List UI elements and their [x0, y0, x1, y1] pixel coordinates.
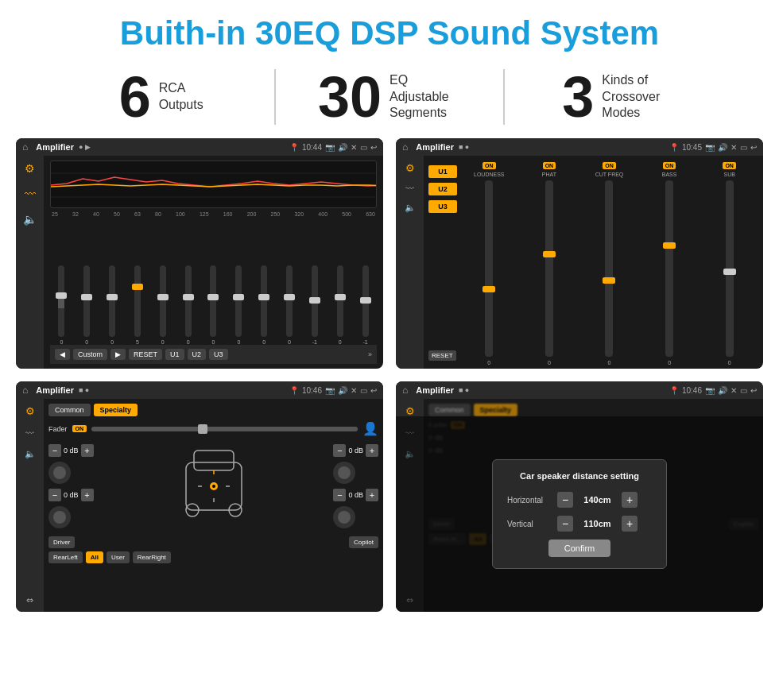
cross-right-minus-2[interactable]: −: [333, 489, 346, 501]
x-icon-4: ✕: [731, 386, 737, 395]
cross-right-plus-2[interactable]: +: [366, 489, 378, 501]
eq-tune-icon[interactable]: ⚙: [25, 162, 35, 175]
dialog-vertical-row: Vertical − 110cm +: [507, 516, 652, 532]
cross-speaker-rl-inner: [53, 511, 66, 524]
amp-speaker-icon[interactable]: 🔈: [405, 203, 416, 213]
eq-slider-thumb-9[interactable]: [258, 294, 269, 300]
svg-point-8: [212, 485, 215, 488]
eq-u1-btn[interactable]: U1: [165, 349, 184, 360]
cross-all-btn[interactable]: All: [86, 551, 103, 563]
cross-user-btn[interactable]: User: [107, 551, 130, 563]
amp-bass-track[interactable]: [665, 180, 673, 357]
eq-slider-thumb-12[interactable]: [335, 294, 346, 300]
eq-play-btn[interactable]: ▶: [110, 349, 126, 360]
volume-icon-2: 🔊: [718, 143, 727, 152]
stat-crossover-label: Kinds ofCrossover Modes: [602, 72, 673, 122]
cross-speaker-icon[interactable]: 🔈: [25, 449, 36, 459]
freq-63: 63: [134, 211, 141, 217]
home-icon-2[interactable]: ⌂: [402, 141, 408, 153]
eq-slider-track-6[interactable]: [185, 265, 192, 337]
eq-slider-thumb-6[interactable]: [183, 294, 194, 300]
home-icon[interactable]: ⌂: [22, 141, 28, 153]
eq-custom-btn[interactable]: Custom: [73, 349, 107, 360]
amp-sub-val: 0: [728, 360, 731, 365]
cross-left-minus-2[interactable]: −: [48, 489, 61, 501]
amp-u1-btn[interactable]: U1: [428, 165, 457, 178]
cross-driver-btn[interactable]: Driver: [48, 536, 75, 548]
home-icon-3[interactable]: ⌂: [22, 385, 28, 396]
amp-u2-btn[interactable]: U2: [428, 183, 457, 195]
cross-left-val-1: 0 dB: [64, 447, 79, 454]
amp-loudness-track[interactable]: [485, 180, 493, 357]
eq-slider-thumb-8[interactable]: [233, 294, 244, 300]
cross-arrows-icon[interactable]: ⇔: [26, 595, 33, 605]
amp-reset-btn[interactable]: RESET: [428, 350, 456, 361]
eq-wave-icon[interactable]: 〰: [25, 188, 36, 200]
eq-slider-thumb-1[interactable]: [56, 292, 67, 299]
amp-cutfreq-track[interactable]: [605, 180, 613, 357]
cross-fader-track[interactable]: [91, 427, 358, 431]
cross-rearright-btn[interactable]: RearRight: [133, 551, 171, 563]
eq-slider-thumb-5[interactable]: [157, 294, 169, 300]
eq-slider-col-12: 0: [328, 265, 351, 345]
eq-slider-track-13[interactable]: [362, 265, 369, 337]
cross-left-plus-2[interactable]: +: [81, 489, 94, 501]
eq-slider-thumb-13[interactable]: [360, 297, 371, 304]
eq-slider-thumb-4[interactable]: [132, 284, 143, 290]
amp-content-wrap: ⚙ 〰 🔈 U1 U2 U3 RESET: [396, 156, 763, 369]
cross-left-minus-1[interactable]: −: [48, 444, 61, 457]
dialog-horizontal-minus[interactable]: −: [557, 492, 573, 508]
amp-sub-track[interactable]: [726, 180, 734, 357]
eq-slider-track-7[interactable]: [210, 265, 216, 337]
eq-slider-thumb-10[interactable]: [284, 294, 295, 300]
dist-specialty-tab-bg: Specialty: [474, 404, 518, 416]
eq-slider-track-2[interactable]: [83, 265, 90, 337]
eq-u2-btn[interactable]: U2: [188, 349, 207, 360]
eq-slider-track-3[interactable]: [109, 265, 115, 337]
eq-slider-track-1[interactable]: [58, 265, 64, 337]
cross-right-minus-1[interactable]: −: [333, 444, 346, 457]
amp-loudness-thumb[interactable]: [483, 286, 495, 292]
amp-phat-track[interactable]: [545, 180, 553, 357]
eq-reset-btn[interactable]: RESET: [129, 349, 162, 360]
amp-wave-icon[interactable]: 〰: [405, 184, 414, 193]
amp-tune-icon[interactable]: ⚙: [405, 162, 415, 174]
eq-slider-track-8[interactable]: [235, 265, 242, 337]
cross-copilot-btn[interactable]: Copilot: [349, 536, 378, 548]
eq-slider-thumb-7[interactable]: [207, 294, 219, 300]
cross-rearleft-btn[interactable]: RearLeft: [48, 551, 83, 563]
cross-tune-icon[interactable]: ⚙: [25, 405, 35, 417]
cross-right-plus-1[interactable]: +: [366, 444, 378, 457]
cross-left-plus-1[interactable]: +: [81, 444, 94, 457]
cross-wave-icon[interactable]: 〰: [25, 428, 34, 438]
cross-specialty-tab[interactable]: Specialty: [94, 404, 138, 416]
eq-slider-track-12[interactable]: [337, 265, 343, 337]
status-title-1: Amplifier: [36, 142, 74, 152]
eq-slider-track-10[interactable]: [286, 265, 293, 337]
eq-slider-track-11[interactable]: [312, 265, 318, 337]
eq-speaker-icon[interactable]: 🔈: [23, 213, 37, 226]
amp-cutfreq-thumb[interactable]: [603, 277, 615, 284]
eq-slider-col-13: -1: [354, 265, 377, 345]
amp-bass-thumb[interactable]: [663, 242, 676, 249]
eq-slider-thumb-3[interactable]: [107, 294, 118, 300]
stat-crossover: 3 Kinds ofCrossover Modes: [505, 68, 731, 126]
eq-slider-thumb-11[interactable]: [309, 297, 320, 304]
eq-slider-track-5[interactable]: [160, 265, 166, 337]
eq-slider-thumb-2[interactable]: [81, 294, 92, 300]
cross-fader-thumb[interactable]: [198, 424, 207, 434]
stat-rca-label: RCAOutputs: [159, 80, 203, 114]
home-icon-4[interactable]: ⌂: [402, 385, 408, 396]
dialog-vertical-minus[interactable]: −: [557, 516, 573, 532]
eq-slider-track-9[interactable]: [261, 265, 267, 337]
amp-sub-thumb[interactable]: [723, 269, 736, 275]
amp-u3-btn[interactable]: U3: [428, 200, 457, 213]
dialog-horizontal-plus[interactable]: +: [622, 492, 638, 508]
eq-slider-track-4[interactable]: [134, 265, 141, 337]
eq-u3-btn[interactable]: U3: [209, 349, 228, 360]
dialog-vertical-plus[interactable]: +: [622, 516, 638, 532]
eq-prev-btn[interactable]: ◀: [55, 349, 70, 360]
amp-phat-thumb[interactable]: [543, 251, 556, 257]
dialog-confirm-btn[interactable]: Confirm: [548, 540, 611, 557]
cross-common-tab[interactable]: Common: [48, 404, 91, 416]
